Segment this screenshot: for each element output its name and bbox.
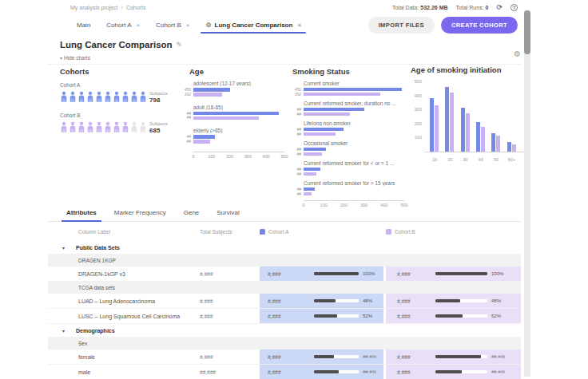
section-divider — [48, 64, 521, 65]
table-row[interactable]: female#,####,#####.#%#,#####.#% — [48, 349, 521, 365]
table-subgroup-row[interactable]: Sex — [48, 338, 521, 349]
close-icon[interactable]: × — [186, 22, 190, 29]
total-data-value: 532.26 MB — [420, 5, 447, 10]
table-subgroup-row[interactable]: DRAGEN 1KGP — [48, 255, 521, 266]
top-bar: My analysis project › Cohorts Total Data… — [70, 4, 518, 11]
tab-marker-frequency[interactable]: Marker Frequency — [108, 204, 173, 221]
x-axis-tick: 500 — [280, 154, 288, 159]
table-row[interactable]: LUAD – Lung Adenocarcinoma#,####,###48%#… — [48, 294, 521, 309]
cell-value: #,### — [397, 271, 410, 277]
table-group-row[interactable]: ▾Public Data Sets — [48, 241, 521, 255]
import-files-button[interactable]: IMPORT FILES — [368, 17, 435, 34]
x-axis-tick: 60+ — [508, 157, 515, 162]
chart-settings-gear-icon[interactable]: ⚙ — [514, 49, 521, 58]
bar-group: Current smoker456392 — [292, 81, 409, 97]
bar-pair — [304, 188, 315, 197]
cell-value: #,### — [397, 298, 410, 304]
create-cohort-button[interactable]: CREATE COHORT — [441, 17, 518, 34]
cell-value: #,### — [397, 314, 410, 319]
cohort-a-cell: #,###52% — [260, 309, 383, 323]
person-icon — [95, 120, 103, 136]
legend-cohort-a: Cohort A — [260, 229, 288, 235]
breadcrumb-project[interactable]: My analysis project — [70, 5, 118, 10]
subgroup-label: DRAGEN 1KGP — [78, 258, 116, 263]
caret-down-icon[interactable]: ▾ — [62, 245, 65, 251]
y-axis-tick: 400 — [411, 93, 422, 98]
smoking-chart-title: Smoking Status — [292, 67, 409, 76]
scrollbar-thumb[interactable] — [524, 10, 530, 54]
cohort-b-bar — [193, 140, 210, 144]
cell-bar-track — [435, 314, 487, 318]
hide-charts-toggle[interactable]: ▾Hide charts — [60, 55, 90, 61]
person-icon — [95, 90, 103, 106]
refresh-icon[interactable]: ⟳ — [496, 4, 503, 11]
cohort-a-bar — [193, 88, 230, 92]
row-label: LUAD – Lung Adenocarcinoma — [78, 298, 155, 304]
bar-group: elderly (>65)#### — [181, 128, 291, 144]
cell-value: #,### — [268, 314, 280, 319]
cohorts-heading: Cohorts — [60, 67, 180, 76]
cohort-b-bar — [450, 93, 454, 152]
legend-cohort-a-label: Cohort A — [268, 229, 288, 235]
person-icon — [104, 120, 112, 136]
table-row[interactable]: LUSC – Lung Squamous Cell Carcinoma#,###… — [48, 309, 521, 324]
close-icon[interactable]: × — [297, 22, 301, 29]
caret-down-icon[interactable]: ▾ — [62, 328, 65, 334]
tab-survival[interactable]: Survival — [210, 204, 245, 221]
cell-percent: 48% — [363, 298, 372, 303]
bar-value-labels: #### — [292, 128, 304, 137]
cohort-group-b: Cohort BSubjects685 — [60, 113, 180, 136]
cell-value: #,### — [397, 354, 410, 360]
bar-group: adolescent (12-17 years)456392 — [181, 81, 291, 97]
bar-row: #### — [292, 128, 409, 137]
bar-pair — [304, 168, 320, 177]
table-row[interactable]: DRAGEN-1kGP v3#,####,###100%#,###100% — [48, 266, 521, 282]
bar-category-label: Current reformed smoker, duration no ... — [304, 101, 409, 106]
bar-pair — [304, 108, 364, 117]
bar-group: Current reformed smoker, duration no ...… — [292, 101, 409, 117]
tab-cohort-a[interactable]: Cohort A× — [100, 16, 146, 34]
total-subjects-value: ##,### — [200, 369, 216, 375]
bar-group: Lifelong non-smoker#### — [292, 120, 409, 137]
bar-pair — [193, 135, 215, 144]
tab-cohort-b[interactable]: Cohort B× — [149, 16, 196, 34]
group-label: Demographics — [76, 328, 115, 334]
tab-lung-cancer-comparison[interactable]: ⚙Lung Cancer Comparison× — [199, 16, 308, 34]
table-subgroup-row[interactable]: TCGA data sets — [48, 282, 521, 294]
person-icon — [139, 120, 147, 136]
cell-bar-track — [314, 370, 359, 373]
cohort-b-bar — [304, 113, 350, 116]
vertical-scrollbar[interactable] — [524, 10, 530, 377]
header-actions: IMPORT FILES CREATE COHORT — [368, 17, 518, 34]
tab-attributes[interactable]: Attributes — [60, 204, 103, 221]
col-header-total-subjects: Total Subjects — [200, 229, 232, 235]
cell-percent: ##.#% — [363, 354, 376, 359]
table-group-row[interactable]: ▾Demographics — [48, 324, 521, 338]
cohort-a-bar — [507, 142, 511, 152]
tab-label: Lung Cancer Comparison — [215, 22, 293, 29]
cohort-b-bar — [304, 152, 322, 156]
cohort-b-bar — [304, 132, 336, 136]
legend-cohort-b: Cohort B — [386, 229, 415, 235]
subjects-value: 685 — [149, 127, 168, 134]
cell-percent: ##.#% — [491, 369, 505, 374]
initiation-chart-title: Age of smoking initiation — [411, 65, 524, 74]
bar-value-label: ## — [186, 140, 191, 144]
cell-percent: 48% — [491, 298, 501, 303]
bar-pair — [304, 128, 344, 137]
bar-value-label: 392 — [185, 93, 191, 97]
breadcrumb-cohorts[interactable]: Cohorts — [126, 5, 146, 10]
cell-bar-track — [314, 299, 359, 302]
tab-main[interactable]: Main — [70, 16, 97, 34]
cohort-b-bar — [435, 105, 439, 152]
tab-gene[interactable]: Gene — [177, 204, 206, 221]
table-row[interactable]: male##,####,#####.#%#,#####.#% — [48, 365, 521, 379]
bar-pair — [193, 88, 230, 97]
close-icon[interactable]: × — [136, 22, 140, 29]
edit-title-icon[interactable]: ✎ — [177, 41, 183, 49]
help-icon[interactable]: ? — [511, 4, 518, 11]
cohort-b-bar — [481, 127, 485, 152]
cohort-b-cell: #,###48% — [386, 294, 521, 308]
row-label: DRAGEN-1kGP v3 — [78, 271, 125, 277]
cell-bar-fill — [435, 314, 463, 318]
